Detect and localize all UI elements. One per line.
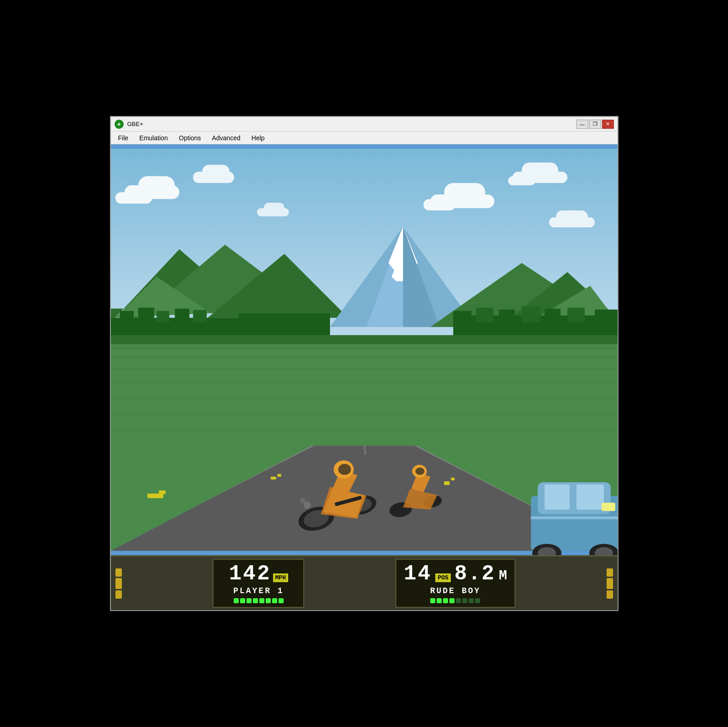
svg-rect-11 xyxy=(508,176,535,185)
hud-bar-left-1 xyxy=(115,568,122,577)
hud-dot xyxy=(430,598,435,603)
game-canvas xyxy=(111,144,618,555)
svg-rect-41 xyxy=(567,308,585,322)
svg-rect-3 xyxy=(115,192,152,204)
svg-point-73 xyxy=(338,464,351,475)
svg-rect-61 xyxy=(270,477,276,479)
hud-dot xyxy=(449,598,454,603)
hud-dot xyxy=(475,598,480,603)
main-window: + GBE+ — ❐ ✕ File Emulation Options Adva… xyxy=(110,116,619,611)
hud-dot xyxy=(469,598,474,603)
close-button[interactable]: ✕ xyxy=(602,120,614,129)
menu-advanced[interactable]: Advanced xyxy=(207,132,246,143)
hud-position-value: 14 xyxy=(404,563,432,584)
hud-bar-right-1 xyxy=(607,568,613,577)
svg-rect-48 xyxy=(111,382,618,383)
svg-rect-86 xyxy=(576,485,604,510)
hud-bar-left-2 xyxy=(115,578,122,589)
hud-dot xyxy=(240,598,245,603)
hud-dot xyxy=(259,598,264,603)
menu-file[interactable]: File xyxy=(113,132,134,143)
svg-rect-46 xyxy=(111,357,618,358)
hud-dot xyxy=(456,598,461,603)
window-title: GBE+ xyxy=(127,121,143,127)
hud-bar-right-3 xyxy=(607,590,613,599)
svg-point-74 xyxy=(303,501,311,509)
menu-help[interactable]: Help xyxy=(246,132,270,143)
hud-speed-value: 142 xyxy=(229,563,271,584)
svg-rect-2 xyxy=(138,176,175,194)
hud-bar-left-3 xyxy=(115,590,122,599)
hud-opponent-name: RUDE BOY xyxy=(430,586,481,595)
svg-point-75 xyxy=(300,498,305,503)
hud-dot xyxy=(443,598,448,603)
hud-player-name: PLAYER 1 xyxy=(233,586,284,595)
svg-rect-5 xyxy=(202,165,230,178)
svg-rect-38 xyxy=(498,309,515,322)
hud-distance-value: 8.2 xyxy=(454,563,495,584)
menubar: File Emulation Options Advanced Help xyxy=(111,132,618,144)
hud-dot xyxy=(272,598,277,603)
svg-rect-7 xyxy=(444,183,485,201)
hud-dot xyxy=(246,598,252,603)
restore-button[interactable]: ❐ xyxy=(589,120,601,129)
svg-rect-37 xyxy=(476,308,493,322)
svg-rect-40 xyxy=(544,308,560,322)
hud-speed-display: 142 MPH PLAYER 1 xyxy=(213,559,304,608)
menu-options[interactable]: Options xyxy=(173,132,206,143)
svg-rect-51 xyxy=(111,430,618,431)
svg-rect-8 xyxy=(423,199,455,210)
svg-rect-64 xyxy=(451,478,454,480)
svg-rect-39 xyxy=(521,306,540,322)
minimize-button[interactable]: — xyxy=(576,120,588,129)
hud-dot xyxy=(462,598,467,603)
svg-rect-50 xyxy=(111,413,618,415)
hud-dist-unit: M xyxy=(499,568,507,584)
svg-rect-92 xyxy=(531,517,617,519)
hud-speed-unit: MPH xyxy=(273,573,288,582)
hud-dot xyxy=(279,598,284,603)
svg-rect-15 xyxy=(263,203,284,213)
titlebar: + GBE+ — ❐ ✕ xyxy=(111,117,618,132)
window-controls: — ❐ ✕ xyxy=(576,120,614,129)
svg-point-82 xyxy=(415,468,424,475)
svg-rect-47 xyxy=(111,368,618,369)
svg-rect-62 xyxy=(277,474,281,477)
svg-rect-33 xyxy=(175,308,189,321)
svg-rect-32 xyxy=(156,311,169,322)
hud-dot xyxy=(437,598,442,603)
app-icon: + xyxy=(115,120,124,129)
svg-rect-42 xyxy=(595,309,618,322)
svg-rect-31 xyxy=(138,308,154,321)
svg-rect-85 xyxy=(544,485,569,510)
menu-emulation[interactable]: Emulation xyxy=(134,132,173,143)
svg-rect-63 xyxy=(444,481,449,485)
svg-rect-60 xyxy=(159,490,165,494)
svg-rect-34 xyxy=(193,310,207,322)
svg-rect-36 xyxy=(453,311,471,325)
hud-panel: 142 MPH PLAYER 1 14 POS 8.2 M xyxy=(111,555,618,610)
svg-rect-49 xyxy=(111,398,618,399)
hud-pos-label: POS xyxy=(435,573,450,582)
hud-bar-right-2 xyxy=(607,578,613,589)
hud-dot xyxy=(234,598,239,603)
hud-health-dots-left xyxy=(234,598,284,603)
svg-rect-59 xyxy=(147,494,163,498)
hud-dot xyxy=(266,598,271,603)
svg-rect-10 xyxy=(521,162,558,178)
svg-rect-45 xyxy=(111,347,618,349)
titlebar-left: + GBE+ xyxy=(115,120,143,129)
svg-rect-30 xyxy=(120,311,133,322)
svg-rect-13 xyxy=(556,210,588,223)
hud-dot xyxy=(253,598,258,603)
hud-position-display: 14 POS 8.2 M RUDE BOY xyxy=(395,559,515,608)
game-viewport xyxy=(111,144,618,555)
hud-health-dots-right xyxy=(430,598,480,603)
svg-rect-52 xyxy=(111,335,618,344)
svg-rect-91 xyxy=(602,503,615,511)
